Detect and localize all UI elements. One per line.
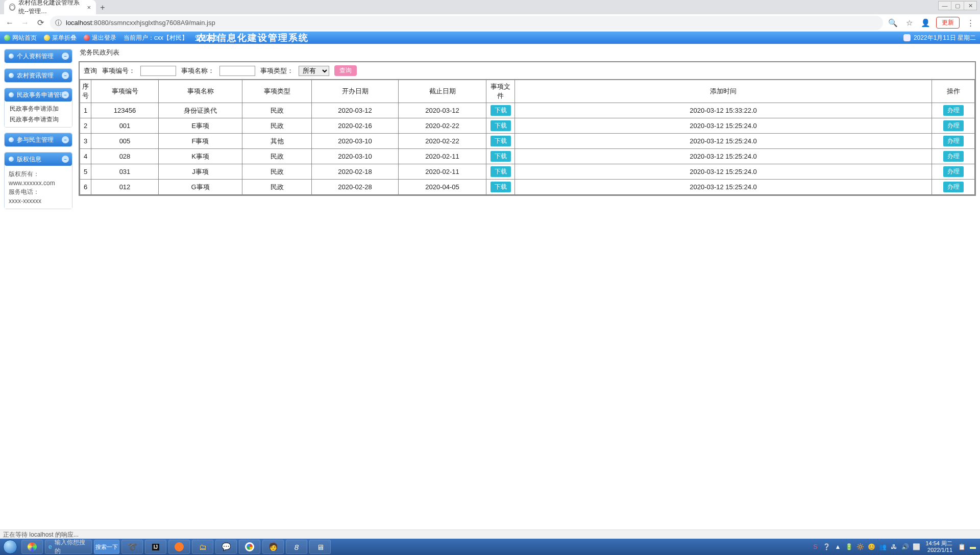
volume-icon[interactable]: 🔊	[901, 543, 909, 551]
topbar-datetime: 2022年1月11日 星期二	[914, 34, 976, 42]
site-info-icon[interactable]: ⓘ	[55, 18, 62, 28]
taskbar-app[interactable]: 🗂	[192, 540, 213, 554]
sidebar-section: 农村资讯管理 –	[4, 68, 72, 83]
bookmark-star-icon[interactable]: ☆	[903, 17, 915, 29]
download-button[interactable]: 下载	[491, 120, 511, 131]
sidebar-item[interactable]: 参与民主管理 –	[5, 133, 72, 146]
cell-op: 办理	[932, 134, 975, 149]
profile-icon[interactable]: 👤	[920, 17, 931, 29]
url-text: localhost:8080/ssmncxxhjsglxthsg7608A9/m…	[66, 19, 215, 27]
search-button[interactable]: 查询	[334, 65, 357, 76]
maximize-button[interactable]: ▢	[951, 1, 964, 10]
bullet-icon	[9, 73, 14, 78]
taskbar-app[interactable]: 8	[286, 540, 307, 554]
sidebar-item[interactable]: 民政事务申请管理 –	[5, 88, 72, 102]
link-logout[interactable]: 退出登录	[84, 34, 116, 42]
copyright-line: 服务电话：	[9, 188, 68, 196]
type-select[interactable]: 所有	[299, 66, 329, 76]
dot-icon	[44, 35, 50, 41]
sidebar-item[interactable]: 个人资料管理 –	[5, 49, 72, 63]
download-button[interactable]: 下载	[491, 166, 511, 177]
search-row: 查询 事项编号： 事项名称： 事项类型： 所有 查询	[80, 62, 975, 80]
taskbar-app[interactable]: 🖥	[309, 540, 331, 554]
network-icon[interactable]: 🖧	[890, 543, 898, 551]
collapse-icon[interactable]: –	[62, 156, 69, 163]
copyright-line: xxxx-xxxxxx	[9, 197, 68, 205]
taskbar-app[interactable]: 🧑	[262, 540, 284, 554]
tray-icon[interactable]: ▬	[969, 543, 977, 551]
handle-button[interactable]: 办理	[943, 136, 964, 146]
forward-button[interactable]: →	[19, 17, 31, 29]
kebab-menu-icon[interactable]: ⋮	[965, 17, 976, 29]
chrome-icon	[245, 542, 254, 551]
table-header: 开办日期	[312, 80, 399, 103]
table-header: 截止日期	[399, 80, 486, 103]
table-header: 事项编号	[91, 80, 159, 103]
copyright-line: www.xxxxxx.com	[9, 180, 68, 187]
cell-op: 办理	[932, 118, 975, 134]
cell-start: 2020-02-28	[312, 180, 399, 195]
code-label: 事项编号：	[102, 66, 135, 75]
minimize-button[interactable]: —	[938, 1, 951, 10]
sidebar-subitem[interactable]: 民政事务申请添加	[8, 104, 69, 114]
cell-op: 办理	[932, 164, 975, 180]
taskbar-app[interactable]: 💬	[215, 540, 237, 554]
name-input[interactable]	[219, 66, 255, 76]
tray-icon[interactable]: 📋	[958, 543, 966, 551]
code-input[interactable]	[140, 66, 176, 76]
handle-button[interactable]: 办理	[943, 120, 964, 131]
update-button[interactable]: 更新	[936, 17, 960, 29]
reload-button[interactable]: ⟳	[35, 17, 46, 29]
cell-end: 2020-03-12	[399, 103, 486, 118]
download-button[interactable]: 下载	[491, 182, 511, 192]
taskbar-app[interactable]	[168, 540, 190, 554]
collapse-icon[interactable]: –	[62, 72, 69, 79]
tray-icon[interactable]: 👥	[878, 543, 887, 551]
link-menu-toggle[interactable]: 菜单折叠	[44, 34, 77, 42]
battery-icon[interactable]: 🔋	[845, 543, 853, 551]
sidebar-section: 民政事务申请管理 – 民政事务申请添加民政事务申请查询	[4, 88, 72, 128]
copyright-line: 版权所有：	[9, 170, 68, 179]
new-tab-button[interactable]: +	[96, 1, 109, 14]
start-button[interactable]	[0, 539, 20, 555]
tray-icon[interactable]: ▲	[834, 543, 842, 551]
cell-type: 民政	[242, 118, 312, 134]
dot-icon	[4, 35, 10, 41]
address-bar[interactable]: ⓘ localhost:8080/ssmncxxhjsglxthsg7608A9…	[50, 16, 883, 30]
taskbar-clock[interactable]: 14:54 周二 2022/1/11	[925, 540, 952, 553]
table-header: 操作	[932, 80, 975, 103]
link-site-home[interactable]: 网站首页	[4, 34, 37, 42]
sidebar-head-copyright[interactable]: 版权信息 –	[5, 153, 72, 166]
handle-button[interactable]: 办理	[943, 166, 964, 177]
close-window-button[interactable]: ✕	[964, 1, 977, 10]
cell-end: 2020-02-11	[399, 149, 486, 164]
taskbar-search-button[interactable]: 搜索一下	[94, 540, 119, 554]
taskbar-app[interactable]: ➰	[121, 540, 143, 554]
handle-button[interactable]: 办理	[943, 105, 964, 116]
search-icon[interactable]: 🔍	[887, 17, 898, 29]
download-button[interactable]: 下载	[491, 136, 511, 146]
sidebar-subitem[interactable]: 民政事务申请查询	[8, 114, 69, 125]
collapse-icon[interactable]: –	[62, 91, 69, 98]
download-button[interactable]: 下载	[491, 105, 511, 116]
taskbar-app[interactable]	[21, 540, 43, 554]
collapse-icon[interactable]: –	[62, 136, 69, 143]
taskbar-app[interactable]: IJ	[145, 540, 166, 554]
download-button[interactable]: 下载	[491, 151, 511, 162]
sidebar-item[interactable]: 农村资讯管理 –	[5, 69, 72, 82]
tray-icon[interactable]: 🔆	[856, 543, 864, 551]
taskbar-app[interactable]	[239, 540, 260, 554]
tray-icon[interactable]: S	[811, 543, 819, 551]
handle-button[interactable]: 办理	[943, 182, 964, 192]
table-row: 4 028 K事项 民政 2020-03-10 2020-02-11 下载 20…	[80, 149, 975, 164]
handle-button[interactable]: 办理	[943, 151, 964, 162]
tray-icon[interactable]: 😊	[867, 543, 875, 551]
taskbar-search-box[interactable]: e 输入你想搜的	[45, 540, 92, 554]
back-button[interactable]: ←	[4, 17, 15, 29]
tray-icon[interactable]: ⬜	[912, 543, 920, 551]
cell-op: 办理	[932, 103, 975, 118]
tray-icon[interactable]: ❔	[822, 543, 830, 551]
browser-tab[interactable]: ◯ 农村信息化建设管理系统--管理… ×	[4, 0, 96, 14]
collapse-icon[interactable]: –	[62, 53, 69, 60]
close-tab-icon[interactable]: ×	[87, 4, 91, 11]
